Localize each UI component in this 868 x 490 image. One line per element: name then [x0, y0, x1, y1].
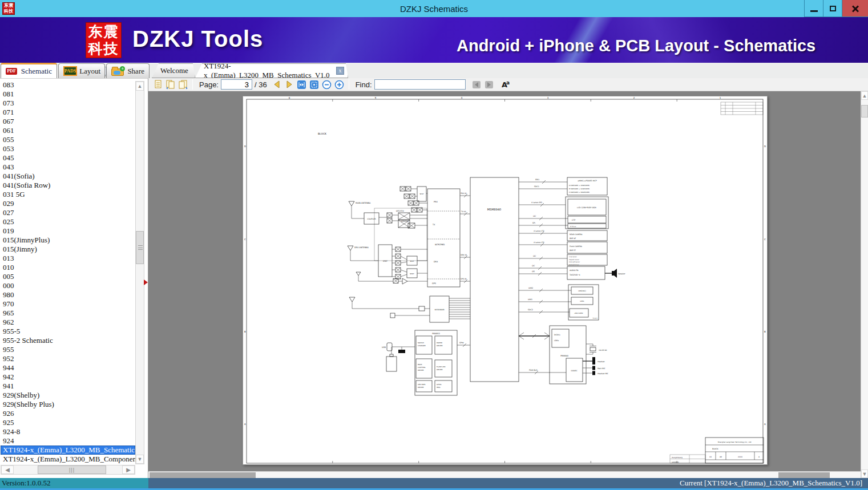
- prev-view-icon[interactable]: [165, 79, 176, 90]
- zoom-in-icon[interactable]: [334, 79, 345, 90]
- list-item[interactable]: 941: [1, 382, 135, 391]
- scroll-up-icon[interactable]: ▲: [136, 82, 144, 91]
- list-item[interactable]: XT1924-x_(Emma)_L3200_MB_Schematics_V1: [1, 446, 135, 455]
- list-item[interactable]: 053: [1, 144, 135, 153]
- page-number-input[interactable]: [221, 79, 252, 90]
- svg-text:DRX ANTENNA: DRX ANTENNA: [354, 246, 369, 249]
- list-item[interactable]: 955-5: [1, 327, 135, 336]
- list-item[interactable]: XT1924-x_(Emma)_L3200_MB_Component_Loc: [1, 455, 135, 464]
- document-vertical-scrollbar[interactable]: ▲ ▼: [861, 91, 868, 478]
- svg-text:MOTER: MOTER: [437, 342, 442, 344]
- tab-schematic[interactable]: PDF Schematic: [1, 63, 57, 78]
- list-item[interactable]: 929(Shelby): [1, 391, 135, 400]
- list-item[interactable]: 067: [1, 117, 135, 126]
- list-item[interactable]: 944: [1, 363, 135, 372]
- document-horizontal-scrollbar[interactable]: [148, 471, 861, 478]
- zoom-out-icon[interactable]: [321, 79, 333, 90]
- list-item[interactable]: 041(Sofia Row): [1, 181, 135, 190]
- splitter-arrow-icon[interactable]: [144, 280, 148, 285]
- close-button[interactable]: [842, 0, 868, 17]
- list-item[interactable]: 965: [1, 309, 135, 318]
- copy-page-icon[interactable]: [152, 79, 164, 90]
- maximize-button[interactable]: [823, 0, 842, 17]
- scroll-segment[interactable]: [778, 472, 830, 478]
- list-item[interactable]: 015(Jimny): [1, 245, 135, 254]
- tab-welcome[interactable]: Welcome: [152, 63, 195, 78]
- list-item[interactable]: 043: [1, 163, 135, 172]
- list-item[interactable]: 970: [1, 299, 135, 309]
- titlebar: 东震科技 DZKJ Schematics: [0, 0, 868, 17]
- list-item[interactable]: 019: [1, 226, 135, 236]
- find-previous-icon[interactable]: [471, 79, 482, 90]
- scroll-thumb[interactable]: [861, 105, 868, 118]
- list-item[interactable]: 027: [1, 208, 135, 217]
- scroll-thumb[interactable]: [150, 472, 256, 478]
- list-item[interactable]: 925: [1, 418, 135, 427]
- list-item[interactable]: 955: [1, 345, 135, 354]
- brand-title: DZKJ Tools: [132, 26, 263, 52]
- list-item[interactable]: 015(JimnyPlus): [1, 236, 135, 245]
- list-item[interactable]: 031 5G: [1, 190, 135, 199]
- svg-text:C: C: [244, 238, 246, 241]
- sidebar-vertical-scrollbar[interactable]: ▲ ▼: [135, 81, 144, 464]
- minimize-button[interactable]: [804, 0, 823, 17]
- list-item[interactable]: 005: [1, 272, 135, 281]
- svg-text:PRX: PRX: [434, 201, 438, 203]
- scroll-thumb[interactable]: |||: [38, 465, 106, 474]
- scroll-up-icon[interactable]: ▲: [861, 91, 868, 100]
- next-page-icon[interactable]: [284, 79, 295, 90]
- list-item[interactable]: 055: [1, 135, 135, 144]
- list-item[interactable]: 083: [1, 80, 135, 90]
- prev-page-icon[interactable]: [271, 79, 282, 90]
- sidebar-horizontal-scrollbar[interactable]: ◀ ||| ▶: [1, 465, 135, 475]
- fit-width-icon[interactable]: [296, 79, 308, 90]
- list-item[interactable]: 081: [1, 90, 135, 99]
- scroll-down-icon[interactable]: ▼: [861, 469, 868, 478]
- scroll-left-icon[interactable]: ◀: [1, 465, 14, 474]
- list-item[interactable]: 010: [1, 263, 135, 272]
- find-next-icon[interactable]: [483, 79, 495, 90]
- list-item[interactable]: 029: [1, 199, 135, 208]
- list-item[interactable]: 924-8: [1, 427, 135, 436]
- scroll-right-icon[interactable]: ▶: [122, 465, 135, 474]
- next-view-icon[interactable]: [177, 79, 189, 90]
- rf-front-end: MAIN ANTENNA COUPLER QFE2550 QFE2340 SP4…: [348, 187, 427, 284]
- scroll-thumb[interactable]: [136, 231, 144, 264]
- tab-layout[interactable]: PADS Layout: [58, 63, 105, 78]
- font-case-icon[interactable]: Aa: [499, 79, 511, 90]
- list-item[interactable]: 061: [1, 126, 135, 135]
- list-item[interactable]: 071: [1, 108, 135, 117]
- list-item[interactable]: 980: [1, 290, 135, 299]
- list-item[interactable]: 073: [1, 99, 135, 108]
- svg-text:SPDT: SPDT: [410, 273, 414, 275]
- tab-close-icon[interactable]: x: [336, 67, 344, 75]
- svg-text:8MP AF: 8MP AF: [570, 237, 576, 240]
- list-item[interactable]: 000: [1, 281, 135, 290]
- list-item[interactable]: 013: [1, 254, 135, 263]
- list-item[interactable]: 041(Sofia): [1, 172, 135, 181]
- tab-document[interactable]: XT1924-x_(Emma)_L3200_MB_Schematics_V1.0…: [195, 63, 348, 78]
- svg-text:B: B: [764, 330, 766, 333]
- list-item[interactable]: 962: [1, 318, 135, 327]
- svg-text:QFE2550: QFE2550: [396, 210, 404, 212]
- svg-text:Headset MIC: Headset MIC: [597, 372, 608, 375]
- sheet-border: 6 5 4 3 2 1 D C B A D C B A BLOCK: [244, 96, 766, 463]
- list-item[interactable]: 952: [1, 354, 135, 363]
- svg-text:CHARGER: CHARGER: [418, 345, 426, 347]
- list-item[interactable]: 045: [1, 153, 135, 163]
- find-input[interactable]: [374, 79, 466, 90]
- schematic-list-panel: 083081073071067061055053045043041(Sofia)…: [0, 78, 148, 478]
- list-item[interactable]: 025: [1, 217, 135, 226]
- svg-text:DCDCs: DCDCs: [554, 334, 560, 336]
- fit-page-icon[interactable]: [309, 79, 320, 90]
- scroll-down-icon[interactable]: ▼: [136, 455, 144, 464]
- svg-text:D: D: [244, 145, 246, 148]
- svg-text:3: 3: [547, 96, 549, 99]
- list-item[interactable]: 955-2 Schematic: [1, 336, 135, 345]
- list-item[interactable]: 924: [1, 436, 135, 446]
- list-item[interactable]: 929(Shelby Plus): [1, 400, 135, 409]
- tab-share[interactable]: + Share: [106, 63, 150, 78]
- svg-text:Speaker: Speaker: [618, 273, 625, 275]
- list-item[interactable]: 926: [1, 409, 135, 418]
- list-item[interactable]: 942: [1, 372, 135, 382]
